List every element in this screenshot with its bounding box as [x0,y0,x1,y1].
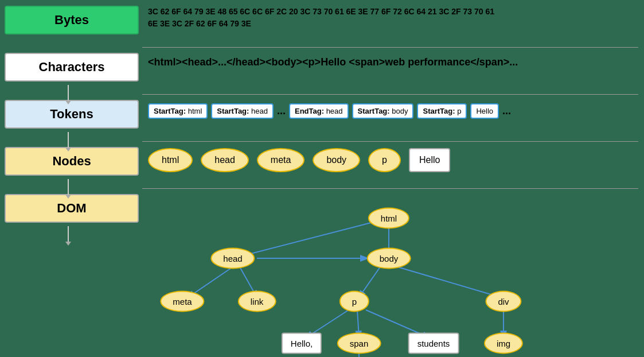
characters-content: <html><head>...</head><body><p>Hello <sp… [148,56,638,68]
token-hello: Hello [470,103,499,119]
bytes-content: 3C 62 6F 64 79 3E 48 65 6C 6C 6F 2C 20 3… [148,6,638,30]
token-val: body [392,107,408,115]
nodes-label: Nodes [52,154,91,168]
bytes-line2: 6E 3E 3C 2F 62 6F 64 79 3E [148,18,638,30]
tree-hello-text: Hello, [282,333,322,354]
bytes-label: Bytes [54,13,89,27]
token-val: html [188,107,202,115]
divider-3 [142,141,638,142]
token-val: head [326,107,343,115]
tree-html: html [368,208,409,229]
node-hello-text: Hello [409,148,450,172]
tree-link: link [238,291,276,312]
nodes-row: html head meta body p Hello [148,148,638,172]
token-type: StartTag: [217,107,249,115]
token-type: StartTag: [358,107,390,115]
tokens-label: Tokens [50,107,93,121]
token-type: EndTag: [295,107,324,115]
tree-span: span [337,333,381,354]
tree-body: body [367,248,411,269]
characters-label: Characters [39,60,105,74]
node-meta: meta [257,148,305,172]
token-type: StartTag: [154,107,186,115]
tree-students: students [408,333,459,354]
bytes-line1: 3C 62 6F 64 79 3E 48 65 6C 6C 6F 2C 20 3… [148,6,638,18]
connector-chars-tokens [68,132,69,148]
token-ellipsis2: ... [502,105,511,117]
connector-bytes-chars [68,85,69,101]
divider-2 [142,94,638,95]
characters-box: Characters [5,53,139,82]
divider-4 [142,188,638,189]
dom-box: DOM [5,194,139,223]
tokens-row: StartTag: html StartTag: head ... EndTag… [148,103,638,119]
connector-tokens-nodes [68,179,69,195]
token-startbody: StartTag: body [352,103,414,119]
token-startp: StartTag: p [417,103,467,119]
divider-1 [142,47,638,48]
node-head: head [201,148,249,172]
token-endhead: EndTag: head [289,103,349,119]
diagram: Bytes Characters Tokens Nodes DOM 3C 62 … [0,0,644,357]
token-type: StartTag: [423,107,455,115]
tokens-box: Tokens [5,100,139,129]
token-val: Hello [476,107,493,115]
tree-head: head [210,248,255,269]
connector-nodes-dom [68,226,69,242]
token-starthead: StartTag: head [211,103,274,119]
dom-label: DOM [57,201,86,215]
token-val: p [457,107,461,115]
token-ellipsis1: ... [277,105,286,117]
tree-meta: meta [160,291,204,312]
node-body: body [313,148,360,172]
nodes-box: Nodes [5,147,139,176]
tree-p: p [339,291,369,312]
tree-div: div [485,291,521,312]
token-starthtml: StartTag: html [148,103,208,119]
bytes-box: Bytes [5,6,139,34]
node-p: p [368,148,401,172]
svg-line-0 [233,218,389,258]
token-val: head [251,107,268,115]
characters-text: <html><head>...</head><body><p>Hello <sp… [148,56,518,68]
node-html: html [148,148,193,172]
dom-tree: html head body meta link p div Hello, [148,195,638,356]
tree-img: img [484,333,523,354]
